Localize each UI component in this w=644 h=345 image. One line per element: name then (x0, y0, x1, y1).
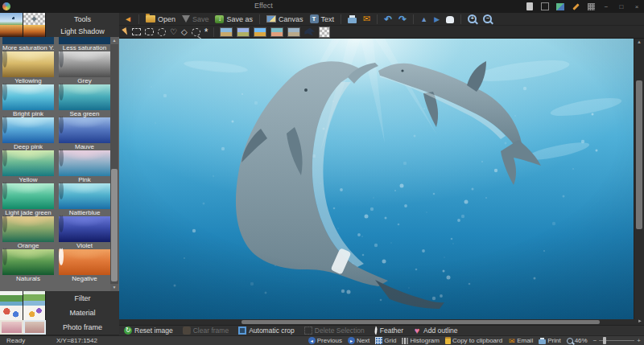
rotate-button[interactable]: ▶ (432, 14, 441, 25)
polygon-select-tool[interactable]: ◇ (181, 28, 188, 36)
effect-preset-thumb-5[interactable] (287, 27, 300, 37)
magic-wand-tool[interactable]: * (204, 29, 208, 35)
lasso-select-tool[interactable] (192, 28, 200, 36)
ellipse-select-tool[interactable] (158, 28, 166, 36)
filter-thumb[interactable] (59, 51, 110, 77)
minimize-button[interactable]: − (602, 2, 610, 10)
filter-thumb[interactable] (59, 150, 110, 176)
effect-preset-thumb-2[interactable] (237, 27, 250, 37)
scroll-down-icon[interactable]: ▼ (110, 284, 118, 291)
section-light-shadow[interactable]: Light Shadow (0, 25, 119, 38)
filter-thumb[interactable] (2, 51, 54, 77)
zoom-out-button[interactable]: − (481, 14, 493, 25)
back-button[interactable]: ◄ (122, 14, 134, 25)
next-icon: ► (348, 337, 355, 344)
rectangle-select-tool[interactable] (132, 28, 141, 35)
vscroll-up-icon[interactable]: ▲ (634, 39, 644, 44)
flip-button[interactable]: ▲ (419, 14, 429, 25)
edit-pencil-icon[interactable] (572, 3, 579, 10)
undo-button[interactable]: ↶ (382, 14, 394, 25)
filter-thumb[interactable] (2, 249, 54, 275)
zoom-slider-handle[interactable] (603, 337, 606, 344)
layout-grid-icon[interactable] (588, 3, 595, 10)
print-button[interactable] (346, 14, 358, 25)
dolphin-silhouette-icon (2, 82, 7, 101)
open-button[interactable]: Open (144, 14, 177, 25)
effect-preset-thumb-4[interactable] (270, 27, 283, 37)
filter-thumb[interactable] (2, 183, 54, 209)
section-tools[interactable]: Tools (0, 13, 119, 26)
effect-preset-thumb-3[interactable] (254, 27, 266, 37)
zoom-plus-icon[interactable]: + (637, 337, 641, 344)
print-button[interactable]: Print (539, 337, 560, 344)
vscroll-thumb[interactable] (636, 80, 642, 229)
filter-label: Mauve (59, 143, 110, 150)
canvas-vertical-scrollbar[interactable]: ▲ (634, 39, 644, 319)
filter-thumb[interactable] (2, 150, 54, 176)
button-label: Add outline (423, 327, 458, 335)
filter-preview-2 (23, 291, 47, 306)
canvas-button[interactable]: Canvas (265, 14, 305, 25)
46--button[interactable]: 46% (567, 337, 588, 344)
section-filter[interactable]: Filter (0, 291, 119, 306)
automatic-crop-icon (238, 327, 246, 335)
transparency-checker-tool[interactable] (319, 27, 330, 38)
filter-thumb[interactable] (59, 117, 110, 143)
histogram-button[interactable]: Histogram (402, 337, 439, 344)
text-button[interactable]: T Text (308, 14, 336, 25)
zoom-minus-icon[interactable]: − (593, 337, 597, 344)
filter-thumb[interactable] (2, 84, 54, 110)
save-button[interactable]: Save (180, 14, 211, 25)
save-as-button[interactable]: ↓ Save as (213, 14, 254, 25)
fullscreen-icon[interactable] (541, 2, 549, 10)
cursor-tool[interactable] (122, 27, 130, 36)
copy-to-clipboard-button[interactable]: Copy to clipboard (445, 337, 502, 344)
redo-button[interactable]: ↷ (397, 14, 408, 25)
zoom-slider[interactable]: −+ (593, 337, 641, 344)
image-canvas[interactable] (119, 39, 634, 319)
bird-shape-tool[interactable] (304, 28, 315, 36)
maximize-button[interactable]: □ (617, 2, 625, 10)
hscroll-thumb[interactable] (242, 320, 600, 324)
reset-image-button[interactable]: ↻Reset image (124, 327, 173, 335)
section-photo-frame[interactable]: Photo frame (0, 320, 119, 335)
filter-thumb-partial[interactable] (2, 37, 54, 44)
feather-button[interactable]: Feather (374, 327, 403, 335)
filter-thumb[interactable] (59, 84, 110, 110)
previous-button[interactable]: ◄Previous (308, 337, 342, 344)
filter-thumb[interactable] (59, 216, 110, 242)
feather-icon (373, 327, 378, 335)
pan-hand-button[interactable] (444, 14, 456, 25)
effect-preset-thumb-1[interactable] (220, 27, 233, 37)
zoom-slider-track[interactable] (599, 340, 634, 341)
close-button[interactable]: × (633, 2, 641, 10)
email-button[interactable]: ✉ (361, 14, 372, 25)
next-button[interactable]: ►Next (348, 337, 369, 344)
section-material[interactable]: Material (0, 306, 119, 321)
filter-thumb[interactable] (59, 249, 110, 275)
automatic-crop-button[interactable]: Automatic crop (238, 327, 295, 335)
zoom-in-button[interactable]: + (466, 14, 478, 25)
clear-frame-button: Clear frame (183, 327, 229, 335)
heart-select-tool[interactable]: ♡ (170, 28, 177, 36)
filter-thumb[interactable] (2, 117, 54, 143)
scroll-up-icon[interactable]: ▲ (110, 37, 118, 44)
filter-thumb[interactable] (2, 216, 54, 242)
filter-thumb[interactable] (59, 183, 110, 209)
tools-preview-strip (0, 13, 46, 25)
canvas-horizontal-scrollbar[interactable]: ► (119, 319, 644, 325)
hscroll-right-icon[interactable]: ► (638, 318, 642, 323)
rounded-rect-select-tool[interactable] (145, 28, 154, 35)
email-button[interactable]: ✉Email (508, 337, 533, 344)
new-file-icon[interactable] (526, 2, 533, 10)
filter-label: Violet (59, 242, 110, 249)
dolphin-silhouette-icon (59, 49, 64, 68)
scrollbar-thumb[interactable] (111, 169, 118, 281)
image-preview-icon[interactable] (556, 3, 564, 10)
filter-list-scrollbar[interactable]: ▲ ▼ (110, 37, 118, 291)
titlebar-buttons: − □ × (526, 2, 641, 11)
add-outline-button[interactable]: ♥Add outline (413, 327, 458, 335)
filter-thumb-partial[interactable] (59, 37, 110, 44)
button-label: Clear frame (193, 327, 229, 335)
grid-button[interactable]: Grid (375, 337, 396, 344)
